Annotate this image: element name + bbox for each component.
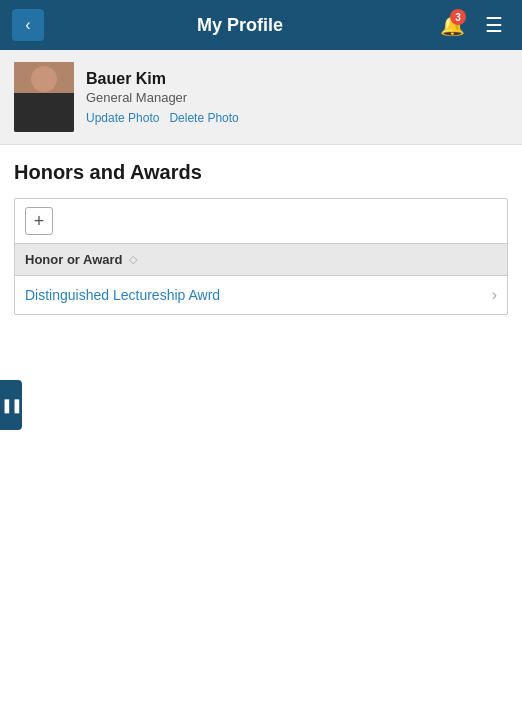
header-actions: 🔔 3 ☰	[436, 9, 510, 41]
notification-badge: 3	[450, 9, 466, 25]
profile-name: Bauer Kim	[86, 70, 239, 88]
main-content: Honors and Awards + Honor or Award ◇ Dis…	[0, 145, 522, 331]
page-title: My Profile	[197, 15, 283, 36]
section-title: Honors and Awards	[14, 161, 508, 184]
profile-job-title: General Manager	[86, 90, 239, 105]
avatar	[14, 62, 74, 132]
pause-icon: ❚❚	[1, 397, 21, 413]
back-button[interactable]: ‹	[12, 9, 44, 41]
app-header: ‹ My Profile 🔔 3 ☰	[0, 0, 522, 50]
profile-section: Bauer Kim General Manager Update Photo D…	[0, 50, 522, 145]
hamburger-icon: ☰	[485, 13, 503, 37]
menu-button[interactable]: ☰	[478, 9, 510, 41]
profile-info: Bauer Kim General Manager Update Photo D…	[86, 70, 239, 125]
avatar-image	[14, 62, 74, 132]
chevron-right-icon: ›	[492, 286, 497, 304]
add-button[interactable]: +	[25, 207, 53, 235]
profile-actions: Update Photo Delete Photo	[86, 111, 239, 125]
sort-icon[interactable]: ◇	[129, 253, 137, 266]
notifications-button[interactable]: 🔔 3	[436, 9, 468, 41]
list-item[interactable]: Distinguished Lectureship Awrd ›	[15, 276, 507, 314]
column-header: Honor or Award ◇	[15, 244, 507, 276]
back-icon: ‹	[25, 16, 30, 34]
update-photo-link[interactable]: Update Photo	[86, 111, 159, 125]
list-item-label: Distinguished Lectureship Awrd	[25, 287, 220, 303]
honors-awards-list: + Honor or Award ◇ Distinguished Lecture…	[14, 198, 508, 315]
side-tab[interactable]: ❚❚	[0, 380, 22, 430]
delete-photo-link[interactable]: Delete Photo	[169, 111, 238, 125]
column-header-text: Honor or Award	[25, 252, 123, 267]
add-row: +	[15, 199, 507, 244]
